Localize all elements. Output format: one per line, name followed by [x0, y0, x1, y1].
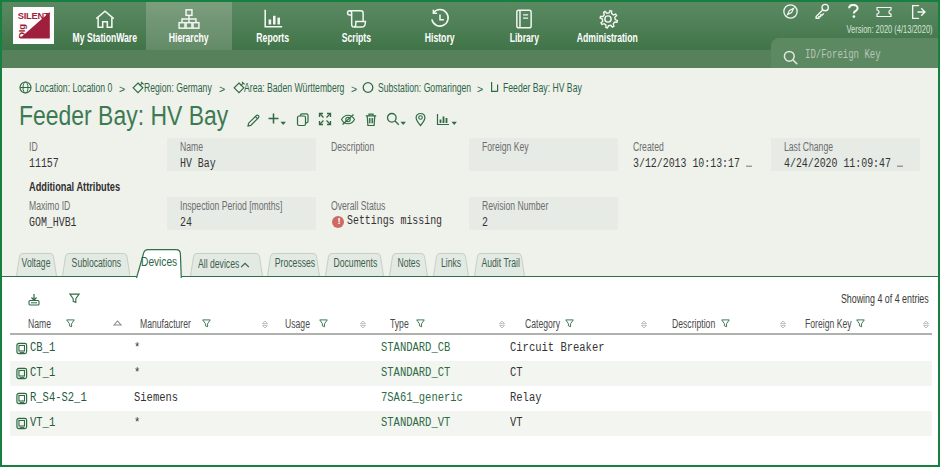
- svg-text:SILENT: SILENT: [18, 10, 50, 21]
- svg-text:DIg: DIg: [16, 24, 27, 39]
